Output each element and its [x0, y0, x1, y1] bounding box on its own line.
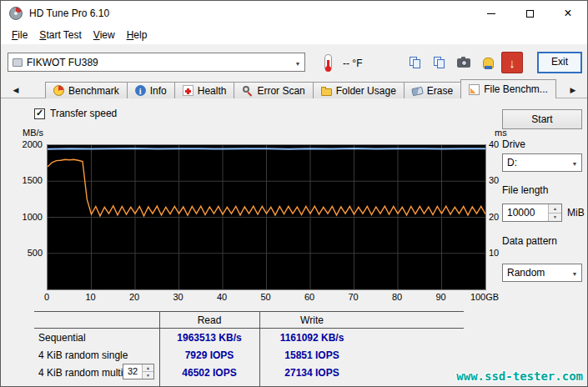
maximize-icon [526, 10, 534, 18]
close-icon [564, 7, 571, 20]
download-icon [509, 56, 515, 70]
tab-label: Erase [427, 85, 453, 97]
magnifier-icon [242, 85, 253, 96]
queue-depth-value: 32 [128, 366, 138, 376]
health-cross-icon [183, 85, 193, 96]
row-label-sequential: Sequential [38, 332, 86, 344]
copy-icon [410, 57, 421, 69]
speedometer-icon [53, 85, 64, 96]
hand-icon [483, 58, 494, 68]
chevron-down-icon [568, 157, 581, 168]
chevron-down-icon [568, 267, 581, 279]
tab-label: Info [150, 85, 167, 97]
transfer-speed-chart [47, 144, 486, 290]
tab-file-benchm[interactable]: File Benchm... [460, 79, 556, 98]
drive-select-value: D: [507, 157, 517, 168]
data-pattern-value: Random [507, 267, 545, 279]
table-grid-line [34, 311, 464, 312]
spin-down-button[interactable] [143, 371, 153, 379]
tab-label: Benchmark [68, 85, 119, 97]
maximize-button[interactable] [510, 1, 549, 26]
hdtune-app-icon [9, 7, 23, 20]
file-length-label: File length [502, 184, 548, 196]
queue-depth-input[interactable]: 32 [123, 364, 154, 379]
tab-list: BenchmarkInfoHealthError ScanFolder Usag… [45, 79, 565, 98]
device-selector-value: FIKWOT FU389 [27, 57, 98, 68]
save-screenshot-button[interactable] [453, 52, 475, 73]
table-grid-line [34, 328, 464, 329]
eraser-icon [411, 87, 424, 97]
column-header-read: Read [159, 314, 259, 326]
x-tick: 100GB [466, 292, 503, 302]
tab-label: Folder Usage [336, 85, 396, 97]
y-tick-right: 10 [489, 248, 499, 258]
x-tick: 30 [160, 292, 197, 302]
drive-icon [13, 58, 23, 67]
download-button[interactable] [501, 52, 523, 73]
4-kib-random-single-write-value: 15851 IOPS [261, 349, 363, 361]
x-tick: 40 [204, 292, 240, 302]
sequential-read-value: 1963513 KB/s [159, 332, 259, 344]
minimize-button[interactable] [472, 1, 510, 26]
menu-item-help[interactable]: Help [121, 29, 153, 41]
y-tick-right: 30 [489, 175, 499, 185]
sequential-read-speed-line [48, 148, 485, 149]
drive-select[interactable]: D: [502, 153, 582, 172]
tab-label: File Benchm... [484, 83, 548, 95]
watermark: www.ssd-tester.com [456, 369, 583, 383]
tab-label: Health [198, 85, 227, 97]
menu-item-start-test[interactable]: Start Test [33, 29, 87, 41]
menu-item-file[interactable]: File [6, 29, 33, 41]
copy-text-button[interactable] [429, 52, 450, 73]
spin-down-button[interactable] [549, 213, 561, 222]
thermometer-icon [324, 54, 332, 71]
temperature-button[interactable] [318, 52, 338, 73]
tab-scroll-right-button[interactable] [566, 83, 580, 97]
title-bar: HD Tune Pro 6.10 [1, 1, 587, 26]
device-selector-dropdown[interactable]: FIKWOT FU389 [8, 53, 305, 72]
y-axis-left-unit: MB/s [23, 128, 43, 138]
x-tick: 20 [116, 292, 153, 302]
4-kib-random-multi-read-value: 46502 IOPS [159, 367, 259, 379]
x-tick: 50 [248, 292, 284, 302]
tab-label: Error Scan [257, 85, 304, 97]
tab-folder-usage[interactable]: Folder Usage [313, 82, 405, 98]
copy-screenshot-button[interactable] [405, 52, 426, 73]
4-kib-random-multi-write-value: 27134 IOPS [261, 367, 363, 379]
y-tick-right: 40 [489, 139, 499, 149]
donate-button[interactable] [477, 52, 499, 73]
file-length-value: 10000 [507, 207, 535, 219]
exit-button[interactable]: Exit [537, 52, 582, 73]
start-button[interactable]: Start [502, 109, 582, 129]
row-label-4-kib-random-single: 4 KiB random single [38, 349, 128, 361]
file-benchmark-icon [469, 84, 480, 95]
spin-up-button[interactable] [143, 364, 153, 371]
info-icon [135, 85, 146, 96]
file-length-input[interactable]: 10000 [502, 204, 562, 222]
tab-error-scan[interactable]: Error Scan [234, 82, 313, 98]
spin-up-button[interactable] [549, 204, 561, 213]
menu-item-view[interactable]: View [88, 29, 121, 41]
file-length-unit: MiB [567, 207, 585, 219]
tab-erase[interactable]: Erase [404, 82, 461, 98]
y-tick-right: 20 [489, 212, 499, 222]
tab-benchmark[interactable]: Benchmark [45, 82, 128, 98]
tab-health[interactable]: Health [174, 82, 235, 98]
temperature-value: -- °F [343, 58, 362, 69]
x-tick: 70 [335, 292, 372, 302]
x-tick: 60 [291, 292, 328, 302]
y-tick-left: 500 [16, 248, 43, 258]
transfer-speed-checkbox[interactable] [34, 108, 45, 119]
close-button[interactable] [549, 1, 587, 26]
tab-scroll-left-button[interactable] [9, 83, 23, 97]
window-title: HD Tune Pro 6.10 [29, 1, 109, 26]
x-tick: 90 [423, 292, 460, 302]
table-grid-line [259, 311, 260, 386]
tab-info[interactable]: Info [127, 82, 175, 98]
data-pattern-label: Data pattern [502, 235, 557, 247]
column-header-write: Write [261, 314, 363, 326]
documents-icon [434, 57, 445, 69]
data-pattern-select[interactable]: Random [502, 264, 582, 282]
y-tick-left: 1500 [16, 175, 43, 185]
camera-icon [457, 58, 470, 68]
